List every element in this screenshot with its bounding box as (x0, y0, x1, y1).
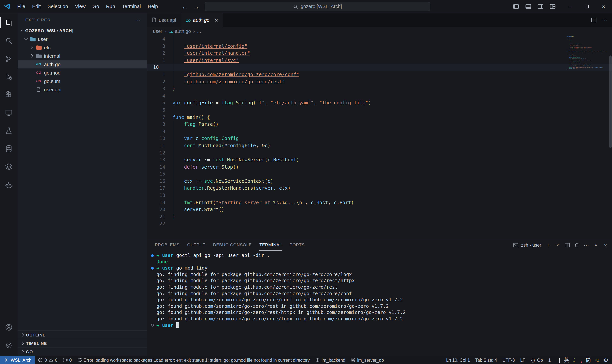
punctuation-icon[interactable]: , (581, 357, 582, 363)
maximize-button[interactable] (578, 0, 595, 13)
command-decoration-run-icon[interactable] (150, 265, 157, 271)
tree-item-user-api[interactable]: user.api (18, 85, 147, 94)
menu-file[interactable]: File (14, 0, 29, 13)
activity-database-icon[interactable] (0, 140, 18, 157)
menu-terminal[interactable]: Terminal (119, 0, 144, 13)
code-line[interactable]: 20 server.Start() (147, 206, 612, 213)
code-line[interactable]: 1 "user/internal/svc" (147, 57, 612, 64)
sidebar-section-timeline[interactable]: TIMELINE (18, 339, 147, 347)
code-line-current[interactable]: 10 (147, 64, 612, 71)
code-line[interactable]: 4 (147, 92, 612, 100)
code-line[interactable]: 10 var c config.Config (147, 135, 612, 142)
customize-layout-icon[interactable] (548, 2, 558, 11)
panel-tab-output[interactable]: OUTPUT (187, 239, 205, 251)
split-terminal-icon[interactable] (565, 242, 570, 247)
editor-scrollbar[interactable] (609, 55, 612, 148)
workspace-root-folder[interactable]: GOZERO [WSL: ARCH] (18, 26, 147, 35)
code-line[interactable]: 3) (147, 85, 612, 92)
ime-simplified-icon[interactable]: 简 (585, 357, 591, 364)
close-tab-icon[interactable]: × (215, 17, 218, 23)
tab-auth-go[interactable]: GOauth.go× (181, 13, 223, 27)
explorer-more-actions-icon[interactable]: ⋯ (135, 17, 141, 23)
menu-edit[interactable]: Edit (29, 0, 44, 13)
text-cursor[interactable]: | (559, 357, 560, 363)
breadcrumb-item[interactable]: user (153, 28, 162, 34)
command-decoration-pending-icon[interactable] (150, 322, 157, 328)
code-line[interactable]: 12 (147, 149, 612, 156)
toggle-sidebar-icon[interactable] (511, 2, 521, 11)
code-line[interactable]: 15 (147, 171, 612, 178)
activity-explorer-icon[interactable] (0, 14, 18, 32)
code-line[interactable]: 21} (147, 213, 612, 221)
language-mode-status[interactable]: {}Go (528, 356, 546, 364)
terminal-shell-selector[interactable]: zsh - user (513, 242, 541, 247)
new-terminal-icon[interactable]: + (545, 242, 551, 248)
activity-run-debug-icon[interactable] (0, 68, 18, 86)
activity-docker-icon[interactable] (0, 176, 18, 194)
activity-search-icon[interactable] (0, 32, 18, 50)
code-line[interactable]: 14 defer server.Stop() (147, 163, 612, 170)
breadcrumb-item[interactable]: GOauth.go (169, 28, 191, 34)
forward-icon[interactable]: → (194, 3, 199, 10)
code-line[interactable]: 6 (147, 107, 612, 114)
code-line[interactable]: 5var configFile = flag.String("f", "etc/… (147, 100, 612, 107)
panel-more-actions-icon[interactable]: ⋯ (584, 242, 589, 248)
panel-tab-ports[interactable]: PORTS (290, 239, 305, 251)
activity-remote-explorer-icon[interactable] (0, 104, 18, 122)
cursor-position-status[interactable]: Ln 10, Col 1 (443, 356, 473, 364)
minimize-button[interactable]: – (561, 0, 578, 13)
code-editor[interactable]: 43 "user/internal/config"2 "user/interna… (147, 36, 612, 239)
sidebar-section-go[interactable]: GO (18, 347, 147, 356)
code-line[interactable]: 22 (147, 221, 612, 228)
code-line[interactable]: 7func main() { (147, 114, 612, 121)
split-editor-icon[interactable] (591, 17, 597, 23)
code-line[interactable]: 19 fmt.Printf("Starting server at %s:%d.… (147, 199, 612, 206)
command-decoration-run-icon[interactable] (150, 252, 157, 259)
close-window-button[interactable]: × (595, 0, 612, 13)
code-line[interactable]: 16 ctx := svc.NewServiceContext(c) (147, 178, 612, 185)
tab-size-status[interactable]: Tab Size: 4 (473, 356, 500, 364)
code-line[interactable]: 13 server := rest.MustNewServer(c.RestCo… (147, 156, 612, 163)
code-line[interactable]: 8 flag.Parse() (147, 121, 612, 128)
tree-item-auth-go[interactable]: GOauth.go (18, 60, 147, 68)
ports-status[interactable]: 0 (60, 356, 74, 364)
emoji-icon[interactable]: ☺ (594, 357, 600, 363)
tray-settings-gear-icon[interactable]: ⚙ (603, 357, 608, 363)
status-im-backend[interactable]: im_backend (312, 356, 348, 364)
menu-go[interactable]: Go (89, 0, 103, 13)
menu-selection[interactable]: Selection (44, 0, 71, 13)
tree-item-etc[interactable]: etc (18, 43, 147, 52)
ime-lang-icon[interactable]: 英 (564, 357, 569, 364)
activity-account-icon[interactable] (0, 318, 18, 336)
problems-status[interactable]: 0 0 (35, 356, 60, 364)
editor-more-actions-icon[interactable]: ⋯ (602, 17, 607, 23)
tree-item-internal[interactable]: internal (18, 52, 147, 60)
menu-run[interactable]: Run (103, 0, 119, 13)
code-line[interactable]: 2 "user/internal/handler" (147, 50, 612, 57)
remote-indicator[interactable]: WSL: Arch (0, 356, 35, 364)
encoding-status[interactable]: UTF-8 (500, 356, 518, 364)
back-icon[interactable]: ← (182, 3, 187, 10)
code-line[interactable]: 11 conf.MustLoad(*configFile, &c) (147, 142, 612, 149)
menu-help[interactable]: Help (144, 0, 161, 13)
command-center-search[interactable]: gozero [WSL: Arch] (205, 2, 430, 11)
tab-user-api[interactable]: user.api (147, 13, 181, 27)
notification-count-status[interactable]: 1 (546, 356, 554, 364)
sidebar-section-outline[interactable]: OUTLINE (18, 330, 147, 339)
activity-testing-icon[interactable] (0, 122, 18, 140)
status-im-server-db[interactable]: im_server_db (348, 356, 386, 364)
breadcrumb-item[interactable]: ... (197, 28, 201, 34)
terminal[interactable]: → user goctl api go -api user.api -dir .… (147, 251, 612, 356)
code-line[interactable]: 4 (147, 36, 612, 43)
tree-item-go-mod[interactable]: GOgo.mod (18, 68, 147, 77)
code-line[interactable]: 17 handler.RegisterHandlers(server, ctx) (147, 185, 612, 192)
code-line[interactable]: 18 (147, 192, 612, 199)
activity-source-control-icon[interactable] (0, 50, 18, 68)
activity-settings-icon[interactable] (0, 336, 18, 354)
menu-view[interactable]: View (71, 0, 89, 13)
activity-extensions-icon[interactable] (0, 86, 18, 104)
code-line[interactable]: 3 "user/internal/config" (147, 43, 612, 50)
panel-tab-debug-console[interactable]: DEBUG CONSOLE (213, 239, 252, 251)
terminal-dropdown-chevron-icon[interactable]: ∨ (555, 243, 560, 247)
code-line[interactable]: 1 "github.com/zeromicro/go-zero/core/con… (147, 71, 612, 78)
